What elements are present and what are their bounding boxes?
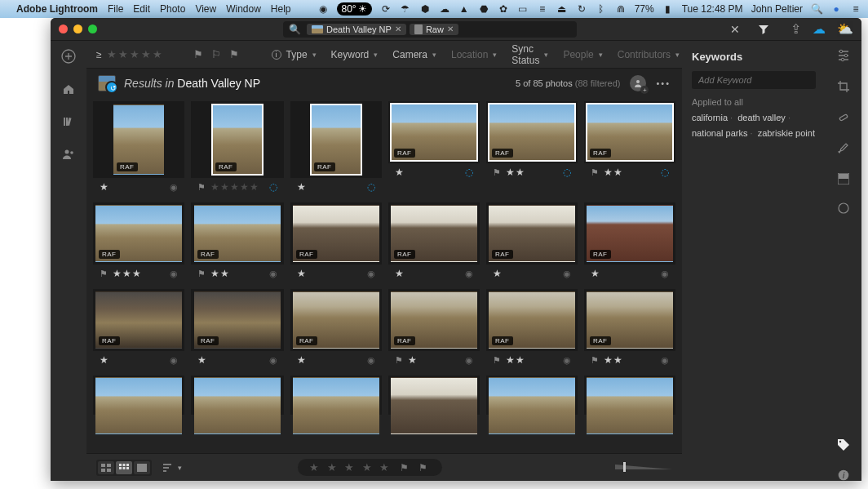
menu-window[interactable]: Window	[226, 3, 261, 15]
flag-icon[interactable]: ⚑	[591, 355, 599, 366]
photo-cell[interactable]: RAF⚑★★★★★◌	[191, 101, 284, 196]
thumbnail-image[interactable]: RAF	[587, 291, 673, 349]
thumbnail-image[interactable]	[587, 377, 673, 434]
rating-stars[interactable]: ★	[493, 268, 503, 279]
photo-cell[interactable]: RAF★◉	[93, 101, 184, 196]
battery-icon[interactable]: ▮	[662, 3, 674, 15]
menu-edit[interactable]: Edit	[133, 3, 150, 15]
chip-remove-icon[interactable]: ✕	[395, 24, 401, 33]
flag-icon[interactable]: ⚑	[197, 182, 206, 193]
flag-icon[interactable]: ⚑	[197, 269, 206, 279]
stars-control[interactable]: ★ ★ ★ ★ ★	[309, 461, 392, 473]
thumbnail-image[interactable]	[391, 377, 477, 434]
crop-icon[interactable]	[837, 80, 850, 93]
photo-cell[interactable]	[93, 376, 184, 415]
photo-cell[interactable]: RAF⚑★★◉	[486, 289, 578, 369]
rating-stars[interactable]: ★	[100, 181, 109, 193]
edit-sliders-icon[interactable]	[837, 49, 850, 62]
search-chip-album[interactable]: Death Valley NP ✕	[307, 24, 406, 35]
flag-icon[interactable]: ⚑	[395, 355, 403, 366]
thumbnail-image[interactable]: RAF	[293, 291, 379, 349]
flag-icon[interactable]: ⚑	[493, 355, 501, 366]
thumbnail-image[interactable]: RAF	[391, 205, 477, 262]
rating-stars[interactable]: ★	[395, 167, 405, 178]
add-keyword-input[interactable]	[692, 71, 816, 89]
battery-pct[interactable]: 77%	[635, 3, 654, 15]
thumbnail-image[interactable]: RAF	[194, 205, 281, 262]
temp-badge[interactable]: 80°☀	[337, 2, 372, 16]
dropbox-icon[interactable]: ⬢	[419, 3, 431, 15]
rating-stars[interactable]: ★	[297, 354, 307, 366]
rec-icon[interactable]: ◉	[317, 3, 329, 15]
keyword-tag[interactable]: zabriskie point	[758, 128, 815, 138]
share-icon[interactable]: ⇪	[790, 21, 801, 37]
menu-view[interactable]: View	[195, 3, 216, 15]
photo-cell[interactable]: RAF★◉	[191, 289, 284, 369]
rating-stars[interactable]: ★★	[506, 354, 525, 366]
chip-remove-icon[interactable]: ✕	[447, 24, 454, 33]
location-filter[interactable]: Location	[451, 49, 497, 60]
squaregrid-view-button[interactable]	[116, 461, 132, 474]
refresh-icon[interactable]: ⟳	[380, 3, 392, 15]
thumbnail-image[interactable]	[194, 377, 281, 434]
photo-cell[interactable]: RAF★◉	[584, 202, 675, 282]
flag-filter[interactable]: ⚑⚐⚑	[193, 48, 242, 60]
flag-icon[interactable]: ⚑	[591, 167, 599, 178]
sync-filter[interactable]: Sync Status	[512, 43, 548, 66]
rating-filter[interactable]: ≥ ★★★★★	[96, 48, 164, 60]
rating-stars[interactable]: ★	[197, 354, 207, 366]
zoom-slider[interactable]	[615, 464, 672, 472]
info-icon[interactable]: i	[838, 469, 849, 481]
add-button[interactable]	[61, 49, 76, 64]
photo-cell[interactable]: RAF⚑★★◌	[584, 101, 675, 196]
display-icon[interactable]: ▭	[517, 3, 529, 15]
rating-flag-control[interactable]: ★ ★ ★ ★ ★ ⚑ ⚑	[298, 459, 442, 476]
rating-stars[interactable]: ★	[297, 181, 307, 193]
thumbnail-image[interactable]: RAF	[489, 205, 575, 262]
rating-stars[interactable]: ★	[100, 354, 109, 366]
thumbnail-image[interactable]: RAF	[212, 104, 263, 175]
menu2-icon[interactable]: ≡	[537, 3, 548, 15]
rating-stars[interactable]: ★★	[604, 167, 623, 178]
add-people-button[interactable]	[630, 75, 646, 91]
people-icon[interactable]	[61, 147, 76, 162]
photo-cell[interactable]: RAF★◉	[388, 202, 480, 282]
photogrid-view-button[interactable]	[98, 461, 114, 474]
photo-cell[interactable]: RAF⚑★★◌	[486, 101, 578, 196]
rating-stars[interactable]: ★	[591, 268, 600, 279]
thumbnail-image[interactable]: RAF	[95, 205, 182, 262]
notif-icon[interactable]: ●	[830, 3, 842, 15]
app-name[interactable]: Adobe Lightroom	[16, 3, 98, 15]
shield-icon[interactable]: ⬣	[478, 3, 489, 15]
rating-stars[interactable]: ★★★★★	[210, 181, 259, 193]
thumbnail-image[interactable]: RAF	[489, 291, 575, 349]
photo-cell[interactable]: RAF★◌	[388, 101, 480, 196]
keyword-tag[interactable]: death valley	[737, 113, 786, 122]
rating-stars[interactable]: ★★	[210, 268, 230, 279]
photo-cell[interactable]: RAF⚑★★◉	[191, 202, 284, 282]
thumbnail-image[interactable]: RAF	[113, 104, 164, 175]
clock[interactable]: Tue 12:48 PM	[682, 3, 743, 15]
menu-help[interactable]: Help	[271, 3, 291, 15]
rating-stars[interactable]: ★	[408, 354, 418, 366]
photo-grid[interactable]: RAF★◉RAF⚑★★★★★◌RAF★◌RAF★◌RAF⚑★★◌RAF⚑★★◌R…	[86, 98, 682, 453]
thumbnail-image[interactable]	[95, 377, 182, 434]
rating-stars[interactable]: ★★	[506, 167, 525, 178]
menu-photo[interactable]: Photo	[160, 3, 185, 15]
minimize-button[interactable]	[73, 24, 82, 33]
close-button[interactable]	[59, 24, 68, 33]
flag-icon[interactable]: ⚑	[493, 167, 501, 178]
timemachine-icon[interactable]: ↻	[576, 3, 587, 15]
flag-icon[interactable]: ⚑	[100, 269, 108, 279]
gear2-icon[interactable]: ✿	[498, 3, 509, 15]
thumbnail-image[interactable]: RAF	[293, 205, 379, 262]
radial-gradient-icon[interactable]	[838, 202, 849, 214]
photo-cell[interactable]	[191, 376, 284, 415]
photo-cell[interactable]: RAF★◌	[290, 101, 382, 196]
sort-button[interactable]: ▾	[163, 464, 182, 472]
contributors-filter[interactable]: Contributors	[618, 49, 680, 60]
cloud-status-icon[interactable]: ⛅	[837, 21, 853, 37]
rating-stars[interactable]: ★	[395, 268, 405, 279]
wifi-icon[interactable]: ⋒	[615, 3, 627, 15]
search-bar[interactable]: 🔍 Death Valley NP ✕ Raw ✕	[283, 21, 577, 38]
